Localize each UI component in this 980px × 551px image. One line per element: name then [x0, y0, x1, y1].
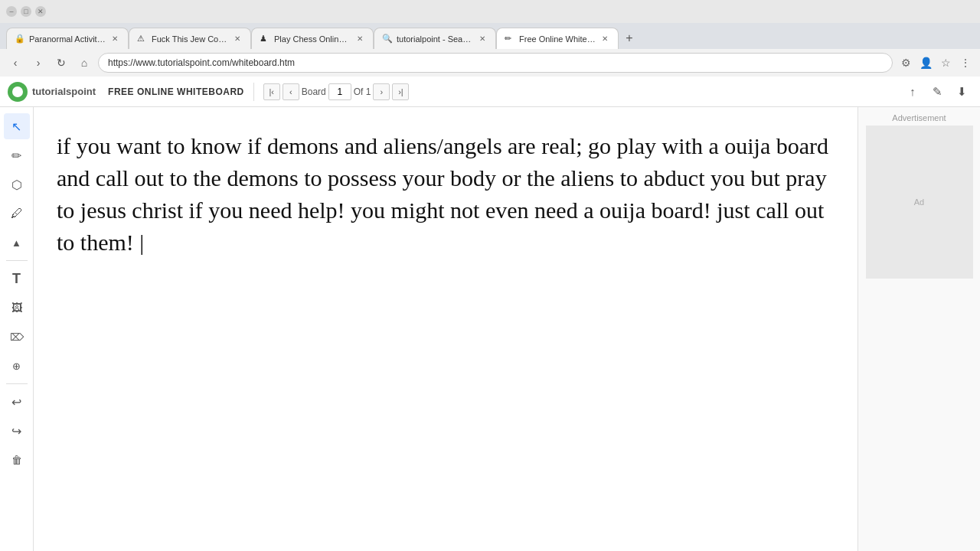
- tab-close-5[interactable]: ✕: [599, 34, 610, 44]
- extensions-icon[interactable]: ⚙: [897, 54, 914, 71]
- app-toolbar: tutorialspoint FREE ONLINE WHITEBOARD |‹…: [0, 77, 980, 107]
- prev-page-button[interactable]: ‹: [283, 83, 299, 100]
- sketch-tool-button[interactable]: ✏: [4, 142, 30, 168]
- tab-title-3: Play Chess Online for Free with F...: [274, 34, 351, 44]
- whiteboard-text: if you want to know if demons and aliens…: [34, 107, 858, 274]
- tab-paranormal[interactable]: 🔒 Paranormal Activity... How to Be... ✕: [6, 28, 129, 49]
- share-icon[interactable]: ↑: [902, 81, 923, 103]
- profile-icon[interactable]: 👤: [917, 54, 934, 71]
- page-navigation: |‹ ‹ Board Of 1 › ›|: [263, 83, 410, 100]
- tab-chess[interactable]: ♟ Play Chess Online for Free with F... ✕: [251, 28, 374, 49]
- tab-close-4[interactable]: ✕: [477, 34, 488, 44]
- address-right-icons: ⚙ 👤 ☆ ⋮: [897, 54, 974, 71]
- app-title: FREE ONLINE WHITEBOARD: [108, 86, 244, 97]
- maximize-icon[interactable]: □: [21, 6, 31, 17]
- tab-favicon-2: ⚠: [137, 34, 148, 44]
- main-area: ↖ ✏ ⬡ 🖊 ▲ T 🖼 ⌦ ⊕ ↩ ↪ 🗑 if you want to k…: [0, 107, 980, 551]
- forward-button[interactable]: ›: [29, 54, 47, 72]
- board-label: Board: [302, 86, 326, 97]
- first-page-button[interactable]: |‹: [263, 83, 280, 100]
- tab-close-3[interactable]: ✕: [354, 34, 365, 44]
- logo-text: tutorialspoint: [32, 86, 96, 97]
- download-icon[interactable]: ⬇: [951, 81, 972, 103]
- minimize-icon[interactable]: –: [6, 6, 17, 17]
- cursor-tool-button[interactable]: ↖: [4, 113, 30, 139]
- title-bar: – □ ✕: [0, 0, 980, 23]
- logo-area: tutorialspoint: [8, 82, 96, 102]
- shapes-tool-button[interactable]: ⬡: [4, 171, 30, 197]
- logo-icon: [8, 82, 28, 102]
- delete-button[interactable]: 🗑: [4, 447, 30, 473]
- tab-title-1: Paranormal Activity... How to Be...: [29, 34, 106, 44]
- pen-tool-button[interactable]: 🖊: [4, 201, 30, 227]
- url-text: https://www.tutorialspoint.com/whiteboar…: [108, 57, 295, 68]
- browser-chrome: – □ ✕ 🔒 Paranormal Activity... How to Be…: [0, 0, 980, 77]
- address-bar: ‹ › ↻ ⌂ https://www.tutorialspoint.com/w…: [0, 49, 980, 77]
- left-toolbar: ↖ ✏ ⬡ 🖊 ▲ T 🖼 ⌦ ⊕ ↩ ↪ 🗑: [0, 107, 34, 551]
- tab-favicon-3: ♟: [260, 34, 270, 44]
- refresh-button[interactable]: ↻: [52, 54, 70, 72]
- edit-icon[interactable]: ✎: [926, 81, 948, 103]
- toolbar-divider: [253, 83, 254, 101]
- last-page-button[interactable]: ›|: [392, 83, 409, 100]
- eraser-tool-button[interactable]: ⌦: [4, 324, 30, 350]
- highlighter-tool-button[interactable]: ▲: [4, 230, 30, 256]
- tab-favicon-1: 🔒: [15, 34, 25, 44]
- tab-title-2: Fuck This Jew Corporation Called...: [152, 34, 228, 44]
- logo-inner: [12, 86, 23, 97]
- image-tool-button[interactable]: 🖼: [4, 295, 30, 321]
- toolbar-right-icons: ↑ ✎ ⬇: [902, 81, 972, 103]
- tool-separator-1: [6, 260, 28, 261]
- redo-button[interactable]: ↪: [4, 418, 30, 444]
- new-tab-button[interactable]: +: [619, 28, 640, 49]
- url-bar[interactable]: https://www.tutorialspoint.com/whiteboar…: [98, 53, 893, 73]
- star-icon[interactable]: ☆: [937, 54, 954, 71]
- menu-icon[interactable]: ⋮: [957, 54, 974, 71]
- page-number-input[interactable]: [328, 83, 351, 100]
- next-page-button[interactable]: ›: [373, 83, 390, 100]
- tool-separator-2: [6, 383, 28, 384]
- tab-title-5: Free Online Whiteboard: [519, 34, 596, 44]
- window-controls: – □ ✕: [6, 6, 46, 17]
- undo-button[interactable]: ↩: [4, 389, 30, 415]
- back-button[interactable]: ‹: [6, 54, 24, 72]
- tab-favicon-4: 🔍: [382, 34, 393, 44]
- text-tool-button[interactable]: T: [4, 266, 30, 292]
- advertisement-block: Ad: [866, 126, 973, 279]
- page-of-label: Of 1: [354, 86, 371, 97]
- tab-title-4: tutorialpoint - Search: [397, 34, 473, 44]
- tab-corporation[interactable]: ⚠ Fuck This Jew Corporation Called... ✕: [129, 28, 251, 49]
- stamp-tool-button[interactable]: ⊕: [4, 353, 30, 379]
- whiteboard-canvas[interactable]: if you want to know if demons and aliens…: [34, 107, 858, 551]
- close-icon[interactable]: ✕: [35, 6, 46, 17]
- tab-close-1[interactable]: ✕: [109, 34, 120, 44]
- advertisement-label: Advertisement: [892, 113, 946, 122]
- tab-close-2[interactable]: ✕: [232, 34, 243, 44]
- tab-search[interactable]: 🔍 tutorialpoint - Search ✕: [374, 28, 496, 49]
- home-button[interactable]: ⌂: [75, 54, 93, 72]
- tab-favicon-5: ✏: [505, 34, 515, 44]
- right-sidebar: Advertisement Ad: [858, 107, 980, 551]
- tabs-bar: 🔒 Paranormal Activity... How to Be... ✕ …: [0, 23, 980, 49]
- tab-whiteboard[interactable]: ✏ Free Online Whiteboard ✕: [496, 28, 619, 49]
